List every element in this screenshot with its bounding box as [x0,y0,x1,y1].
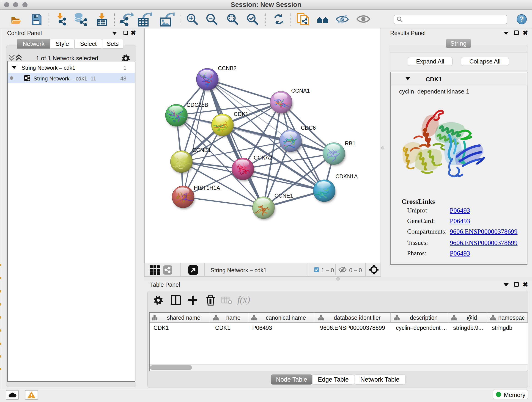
svg-text:CCNB1: CCNB1 [192,147,211,153]
svg-text:CCNA1: CCNA1 [291,88,310,94]
svg-text:CCNA2: CCNA2 [254,154,272,161]
svg-text:CCNB2: CCNB2 [218,65,236,71]
svg-text:CDKN1A: CDKN1A [336,173,358,179]
svg-text:CDC6: CDC6 [301,125,316,131]
svg-text:CDK1: CDK1 [234,111,248,117]
svg-text:RB1: RB1 [345,140,355,147]
svg-text:CCNE1: CCNE1 [274,192,293,199]
svg-text:CDC25B: CDC25B [186,102,208,108]
svg-text:HIST1H1A: HIST1H1A [194,185,220,191]
